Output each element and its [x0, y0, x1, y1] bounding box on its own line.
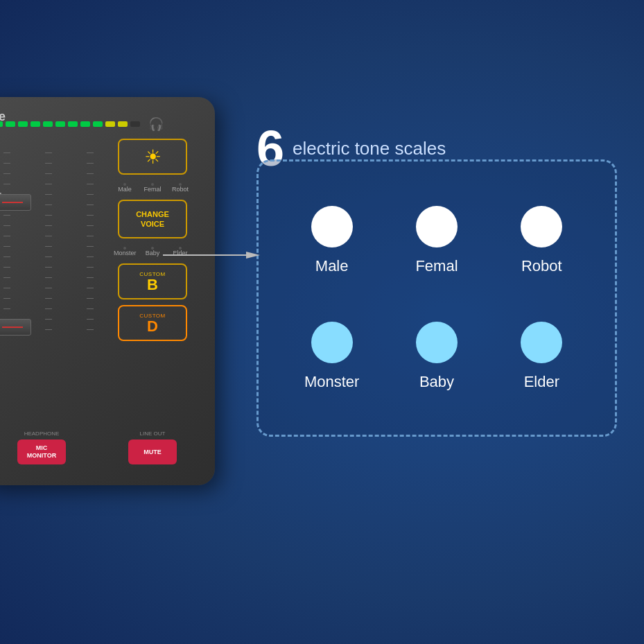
mic-monitor-line1: MIC [36, 444, 48, 451]
voice-labels-top: Male Femal Robot [114, 183, 191, 193]
label-robot: Robot [169, 186, 191, 193]
fader-section: + [0, 139, 101, 471]
meter-dot [93, 121, 103, 127]
tone-dot-elder [521, 322, 562, 363]
meter-dot [43, 121, 53, 127]
meter-dot [31, 121, 40, 127]
tone-item-baby: Baby [416, 322, 458, 391]
tick-marks [3, 153, 94, 340]
tone-dot-femal [416, 206, 458, 247]
level-meters: 🎧 [0, 116, 164, 132]
tone-item-monster: Monster [304, 322, 359, 391]
label-male: Male [114, 186, 136, 193]
headphone-icon: 🎧 [148, 116, 164, 132]
meter-dot [6, 121, 15, 127]
mute-button[interactable]: MUTE [128, 440, 177, 464]
mic-monitor-line2: MONITOR [27, 452, 56, 459]
tone-dot-monster [311, 322, 353, 363]
connector-arrow-svg [163, 248, 267, 262]
header-description: electric tone scales [293, 138, 446, 159]
tone-item-robot: Robot [521, 206, 562, 275]
line-out-label: LINE OUT [140, 430, 166, 437]
meter-dot [105, 121, 115, 127]
fader-handle-2[interactable] [0, 319, 31, 336]
change-voice-line1: CHANGE [136, 209, 169, 219]
device-panel: ne 🎧 + [0, 97, 215, 485]
meter-dot [18, 121, 28, 127]
custom-b-letter: B [147, 277, 158, 293]
tone-label-robot: Robot [521, 257, 562, 275]
label-femal: Femal [141, 186, 164, 193]
meter-dot [80, 121, 90, 127]
change-voice-line2: VOICE [141, 219, 164, 229]
custom-b-button[interactable]: CUSTOM B [118, 263, 187, 299]
tone-dot-baby [416, 322, 458, 363]
meter-dot [130, 121, 140, 127]
sun-icon: ☀ [144, 146, 162, 168]
custom-d-button[interactable]: CUSTOM D [118, 305, 187, 341]
tone-scales-callout: Male Femal Robot Monster Baby Elder [256, 159, 617, 437]
sun-button[interactable]: ☀ [118, 139, 187, 175]
tone-item-femal: Femal [415, 206, 458, 275]
tone-label-male: Male [315, 257, 349, 275]
custom-d-letter: D [147, 319, 158, 334]
tone-dot-male [311, 206, 353, 247]
svg-marker-1 [246, 252, 260, 259]
tone-label-baby: Baby [419, 373, 454, 391]
label-monster: Monster [114, 250, 136, 256]
right-controls: ☀ Male Femal Robot CHANGE VOICE [104, 139, 201, 341]
line-out-section: LINE OUT MUTE [128, 430, 177, 464]
meter-dot [55, 121, 65, 127]
tone-label-elder: Elder [524, 373, 559, 391]
fader-handle-1[interactable] [0, 194, 31, 211]
tone-label-femal: Femal [415, 257, 458, 275]
headphone-section: HEADPHONE MIC MONITOR [17, 430, 66, 464]
label-baby: Baby [141, 250, 164, 256]
tone-dot-robot [521, 206, 562, 247]
mic-monitor-button[interactable]: MIC MONITOR [17, 440, 66, 464]
meter-dot [118, 121, 128, 127]
meter-dot [0, 121, 3, 127]
bottom-section: HEADPHONE MIC MONITOR LINE OUT MUTE [0, 430, 215, 464]
tone-item-elder: Elder [521, 322, 562, 391]
change-voice-button[interactable]: CHANGE VOICE [118, 200, 187, 238]
tone-item-male: Male [311, 206, 353, 275]
connector-container [163, 248, 267, 265]
headphone-label: HEADPHONE [24, 430, 60, 437]
meter-dot [68, 121, 78, 127]
tone-label-monster: Monster [304, 373, 359, 391]
